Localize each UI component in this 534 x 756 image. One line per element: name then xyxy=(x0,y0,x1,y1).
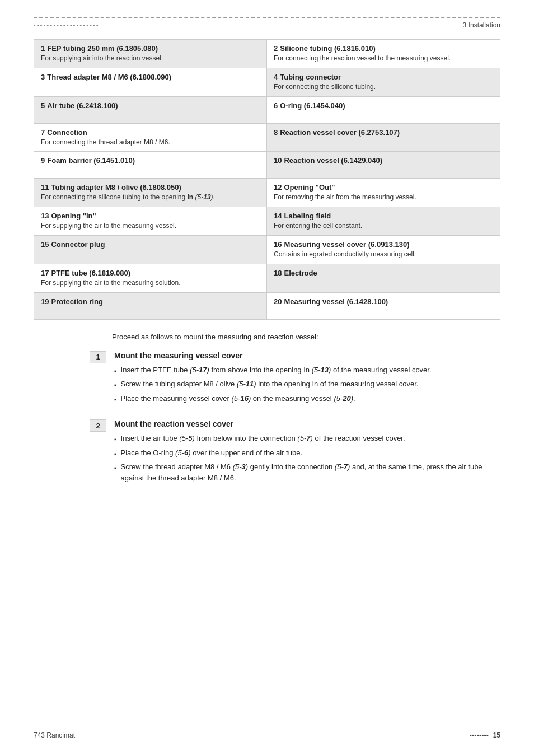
step-title-1: Mount the measuring vessel cover xyxy=(114,351,500,360)
part-title-11: Tubing adapter M8 / olive (6.1808.050) xyxy=(51,183,181,192)
part-desc-7: For connecting the thread adapter M8 / M… xyxy=(41,138,260,147)
part-cell-18: 18Electrode xyxy=(267,264,500,293)
part-title-16: Measuring vessel cover (6.0913.130) xyxy=(284,240,409,249)
bullet-icon: ▪ xyxy=(114,435,116,444)
part-number-9: 9 xyxy=(41,156,45,165)
header: ▪▪▪▪▪▪▪▪▪▪▪▪▪▪▪▪▪▪▪▪ 3 Installation xyxy=(34,17,500,29)
part-title-20: Measuring vessel (6.1428.100) xyxy=(284,297,388,306)
part-number-4: 4 xyxy=(274,73,278,81)
part-number-13: 13 xyxy=(41,212,49,220)
bullet-icon: ▪ xyxy=(114,381,116,389)
step-content-2: Mount the reaction vessel cover▪Insert t… xyxy=(114,419,500,487)
part-cell-11: 11Tubing adapter M8 / olive (6.1808.050)… xyxy=(34,179,267,207)
step-title-2: Mount the reaction vessel cover xyxy=(114,419,500,428)
bullet-icon: ▪ xyxy=(114,464,116,472)
part-cell-9: 9Foam barrier (6.1451.010) xyxy=(34,152,267,179)
part-cell-4: 4Tubing connectorFor connecting the sili… xyxy=(267,68,500,97)
part-cell-1: 1FEP tubing 250 mm (6.1805.080)For suppl… xyxy=(34,40,267,68)
page: ▪▪▪▪▪▪▪▪▪▪▪▪▪▪▪▪▪▪▪▪ 3 Installation 1FEP… xyxy=(0,0,534,756)
proceed-text: Proceed as follows to mount the measurin… xyxy=(34,333,500,341)
part-number-17: 17 xyxy=(41,269,49,277)
bullet-item: ▪Insert the PTFE tube (5-17) from above … xyxy=(114,365,500,376)
footer: 743 Rancimat ▪▪▪▪▪▪▪▪15 xyxy=(34,731,500,739)
step-bullets-2: ▪Insert the air tube (5-5) from below in… xyxy=(114,433,500,483)
part-title-1: FEP tubing 250 mm (6.1805.080) xyxy=(47,44,158,53)
part-number-11: 11 xyxy=(41,183,49,192)
bullet-text: Insert the air tube (5-5) from below int… xyxy=(121,433,500,444)
part-title-17: PTFE tube (6.1819.080) xyxy=(51,269,130,277)
step-number-1: 1 xyxy=(90,351,106,363)
part-number-2: 2 xyxy=(274,44,278,53)
part-number-6: 6 xyxy=(274,101,278,110)
part-title-4: Tubing connector xyxy=(280,73,341,81)
bullet-item: ▪Insert the air tube (5-5) from below in… xyxy=(114,433,500,444)
part-title-7: Connection xyxy=(47,128,87,137)
part-desc-2: For connecting the reaction vessel to th… xyxy=(274,54,493,63)
parts-table: 1FEP tubing 250 mm (6.1805.080)For suppl… xyxy=(34,39,500,320)
bullet-text: Place the measuring vessel cover (5-16) … xyxy=(121,393,500,404)
part-cell-16: 16Measuring vessel cover (6.0913.130)Con… xyxy=(267,236,500,264)
part-number-16: 16 xyxy=(274,240,282,249)
header-section: 3 Installation xyxy=(463,21,500,29)
part-desc-17: For supplying the air to the measuring s… xyxy=(41,278,260,288)
part-desc-1: For supplying air into the reaction vess… xyxy=(41,54,260,63)
part-number-15: 15 xyxy=(41,240,49,249)
part-title-2: Silicone tubing (6.1816.010) xyxy=(280,44,376,53)
part-cell-6: 6O-ring (6.1454.040) xyxy=(267,97,500,124)
bullet-text: Screw the tubing adapter M8 / olive (5-1… xyxy=(121,379,500,390)
part-cell-19: 19Protection ring xyxy=(34,293,267,320)
bullet-item: ▪Place the measuring vessel cover (5-16)… xyxy=(114,393,500,404)
part-title-10: Reaction vessel (6.1429.040) xyxy=(284,156,382,165)
part-cell-7: 7ConnectionFor connecting the thread ada… xyxy=(34,124,267,152)
bullet-icon: ▪ xyxy=(114,367,116,375)
part-cell-13: 13Opening "In"For supplying the air to t… xyxy=(34,207,267,236)
footer-right: ▪▪▪▪▪▪▪▪15 xyxy=(470,731,500,739)
part-title-9: Foam barrier (6.1451.010) xyxy=(47,156,135,165)
part-title-19: Protection ring xyxy=(51,297,102,306)
part-title-13: Opening "In" xyxy=(51,212,96,220)
part-desc-4: For connecting the silicone tubing. xyxy=(274,82,493,92)
step-block-1: 1Mount the measuring vessel cover▪Insert… xyxy=(90,351,500,408)
part-title-6: O-ring (6.1454.040) xyxy=(280,101,345,110)
bullet-item: ▪Screw the tubing adapter M8 / olive (5-… xyxy=(114,379,500,390)
part-number-8: 8 xyxy=(274,128,278,137)
footer-dots: ▪▪▪▪▪▪▪▪ xyxy=(470,731,489,739)
part-number-20: 20 xyxy=(274,297,282,306)
part-cell-8: 8Reaction vessel cover (6.2753.107) xyxy=(267,124,500,152)
steps-container: 1Mount the measuring vessel cover▪Insert… xyxy=(34,351,500,487)
part-desc-12: For removing the air from the measuring … xyxy=(274,193,493,202)
part-desc-11: For connecting the silicone tubing to th… xyxy=(41,193,260,202)
step-content-1: Mount the measuring vessel cover▪Insert … xyxy=(114,351,500,408)
part-title-5: Air tube (6.2418.100) xyxy=(47,101,118,110)
part-number-18: 18 xyxy=(274,269,282,277)
part-title-12: Opening "Out" xyxy=(284,183,335,192)
part-number-5: 5 xyxy=(41,101,45,110)
part-cell-2: 2Silicone tubing (6.1816.010)For connect… xyxy=(267,40,500,68)
footer-page: 15 xyxy=(493,731,500,739)
step-number-2: 2 xyxy=(90,419,106,432)
bullet-item: ▪Screw the thread adapter M8 / M6 (5-3) … xyxy=(114,461,500,483)
part-cell-5: 5Air tube (6.2418.100) xyxy=(34,97,267,124)
bullet-text: Screw the thread adapter M8 / M6 (5-3) g… xyxy=(121,461,500,483)
part-desc-13: For supplying the air to the measuring v… xyxy=(41,221,260,231)
part-title-8: Reaction vessel cover (6.2753.107) xyxy=(280,128,400,137)
bullet-item: ▪Place the O-ring (5-6) over the upper e… xyxy=(114,447,500,459)
bullet-text: Place the O-ring (5-6) over the upper en… xyxy=(121,447,500,459)
part-title-14: Labeling field xyxy=(284,212,331,220)
part-cell-3: 3Thread adapter M8 / M6 (6.1808.090) xyxy=(34,68,267,97)
step-bullets-1: ▪Insert the PTFE tube (5-17) from above … xyxy=(114,365,500,404)
bullet-icon: ▪ xyxy=(114,450,116,458)
part-number-3: 3 xyxy=(41,73,45,81)
bullet-icon: ▪ xyxy=(114,395,116,404)
part-title-3: Thread adapter M8 / M6 (6.1808.090) xyxy=(47,73,171,81)
part-desc-14: For entering the cell constant. xyxy=(274,221,493,231)
part-cell-15: 15Connector plug xyxy=(34,236,267,264)
part-number-12: 12 xyxy=(274,183,282,192)
part-number-1: 1 xyxy=(41,44,45,53)
header-dots: ▪▪▪▪▪▪▪▪▪▪▪▪▪▪▪▪▪▪▪▪ xyxy=(34,22,100,29)
bullet-text: Insert the PTFE tube (5-17) from above i… xyxy=(121,365,500,376)
part-number-10: 10 xyxy=(274,156,282,165)
part-cell-17: 17PTFE tube (6.1819.080)For supplying th… xyxy=(34,264,267,293)
part-number-14: 14 xyxy=(274,212,282,220)
part-number-7: 7 xyxy=(41,128,45,137)
